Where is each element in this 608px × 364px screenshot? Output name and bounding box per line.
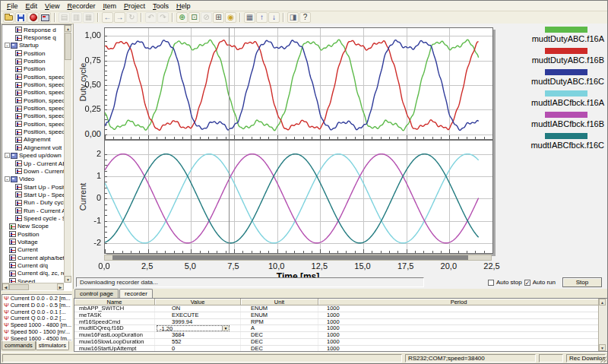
tree-horizontal-scrollbar[interactable]: ◀ ▶ bbox=[2, 283, 64, 290]
menu-item[interactable]: Item bbox=[99, 2, 120, 11]
stimulator-item[interactable]: ΨCurrent Q 0.0 - 0.1 [... bbox=[2, 309, 71, 315]
tree-item[interactable]: Run - Current A bbox=[3, 207, 64, 214]
column-header-period[interactable]: Period bbox=[318, 299, 600, 305]
tree-item[interactable]: Alignemnt volt bbox=[3, 144, 64, 151]
menu-help[interactable]: Help bbox=[173, 2, 195, 11]
menu-view[interactable]: View bbox=[41, 2, 63, 11]
lightbulb-icon[interactable]: ◉ bbox=[225, 12, 236, 23]
zoom-fit-icon[interactable]: ⊡ bbox=[188, 12, 200, 23]
legend-item[interactable]: mudtIABCfbck.f16A bbox=[498, 90, 606, 107]
move-up-icon[interactable]: ↑ bbox=[256, 12, 268, 23]
menu-edit[interactable]: Edit bbox=[22, 2, 42, 11]
table-scroll-up-icon[interactable]: ▲ bbox=[599, 299, 606, 305]
cell-value[interactable]: 3999.94 bbox=[155, 319, 241, 325]
tree-item[interactable]: Alignemnt bbox=[3, 136, 64, 144]
tab-control-page[interactable]: control page bbox=[74, 289, 119, 298]
reload-icon[interactable]: ↻ bbox=[126, 12, 138, 23]
tree-item[interactable]: Position, speed, bbox=[3, 128, 64, 135]
column-header-unit[interactable]: Unit bbox=[241, 299, 318, 305]
table-row[interactable]: mbAPP_SWITCHONENUM1000 bbox=[74, 305, 607, 312]
menu-file[interactable]: File bbox=[3, 2, 22, 11]
tree-collapse-icon[interactable]: - bbox=[5, 176, 10, 182]
table-scroll-down-icon[interactable]: ▼ bbox=[599, 344, 606, 351]
tree-item[interactable]: Position, speed, bbox=[3, 89, 64, 97]
tree-item[interactable]: -Speed up/down bbox=[3, 152, 64, 160]
paste-icon[interactable]: ▥ bbox=[71, 12, 82, 23]
tree-item[interactable]: Position, speed, bbox=[3, 97, 64, 104]
legend-item[interactable]: mudtDutyABC.f16A bbox=[498, 27, 606, 43]
legend-item[interactable]: mudtIABCfbck.f16B bbox=[498, 112, 606, 128]
stimulator-item[interactable]: ΨSpeed 1600 - 4500 [m... bbox=[2, 335, 71, 341]
project-options-icon[interactable] bbox=[40, 12, 51, 23]
stimulator-item[interactable]: ΨCurrent Q 0.0 - 0.2 [... bbox=[2, 315, 71, 321]
tree-item[interactable]: Current alpha/beta bbox=[3, 254, 64, 261]
tree-collapse-icon[interactable]: - bbox=[5, 43, 10, 48]
combo-dropdown-icon[interactable]: ▼ bbox=[222, 326, 229, 331]
table-row[interactable]: muw16FastLoopDuration3684DEC1000 bbox=[74, 332, 607, 339]
redo-icon[interactable]: ↷ bbox=[157, 12, 169, 23]
table-vertical-scrollbar[interactable]: ▲ ▼ bbox=[598, 299, 607, 351]
tab-stimulators[interactable]: stimulators bbox=[36, 341, 69, 350]
tree-item[interactable]: Response q bbox=[3, 33, 64, 41]
tree-item[interactable]: Position, speed bbox=[3, 120, 64, 128]
table-row[interactable]: mudtIDQreq.f16D-1.20▼A1000 bbox=[74, 325, 607, 332]
scroll-right-icon[interactable]: ▶ bbox=[57, 283, 64, 290]
recorder-time-scrollbar[interactable] bbox=[104, 255, 492, 261]
forward-icon[interactable]: → bbox=[114, 12, 125, 23]
tree-item[interactable]: Position bbox=[3, 65, 64, 73]
tree-item[interactable]: New Scope bbox=[3, 223, 64, 230]
auto-stop-checkbox[interactable] bbox=[488, 280, 494, 286]
tree-hscroll-thumb[interactable] bbox=[9, 284, 29, 290]
tree-item[interactable]: Current d/q, zc, req bbox=[3, 270, 64, 277]
table-row[interactable]: muw16SlowLoopDuration552DEC1000 bbox=[74, 339, 607, 346]
tree-item[interactable]: -Startup bbox=[3, 42, 64, 49]
tree-item[interactable]: -Video bbox=[3, 176, 64, 183]
cell-value[interactable]: -1.20▼ bbox=[155, 325, 241, 331]
menu-project[interactable]: Project bbox=[120, 2, 149, 11]
cell-value[interactable]: EXECUTE bbox=[155, 312, 241, 318]
tree-item[interactable]: Current bbox=[3, 246, 64, 254]
properties-icon[interactable]: ◨ bbox=[287, 12, 299, 23]
stimulator-item[interactable]: ΨCurrent D 0.0 - 0.2 [m... bbox=[2, 295, 71, 302]
undo-icon[interactable]: ↶ bbox=[145, 12, 157, 23]
stop-communication-icon[interactable] bbox=[27, 12, 39, 23]
tree-item[interactable]: Down - Current bbox=[3, 167, 64, 175]
move-down-icon[interactable]: ↓ bbox=[268, 12, 280, 23]
zoom-in-icon[interactable]: ⊕ bbox=[176, 12, 188, 23]
resize-grip[interactable] bbox=[600, 356, 606, 362]
table-row[interactable]: mf16SpeedCmd3999.94RPM1000 bbox=[74, 319, 607, 326]
tree-item[interactable]: Position, speed, bbox=[3, 81, 64, 88]
cell-value[interactable]: 552 bbox=[155, 339, 241, 345]
tree-item[interactable]: Start Up - Positi bbox=[3, 183, 64, 191]
tab-recorder[interactable]: recorder bbox=[119, 289, 153, 298]
cell-value[interactable]: ON bbox=[155, 305, 241, 312]
scroll-down-icon[interactable]: ▼ bbox=[65, 276, 71, 283]
tree-item[interactable]: Position bbox=[3, 230, 64, 238]
legend-item[interactable]: mudtDutyABC.f16B bbox=[498, 48, 606, 65]
tree-collapse-icon[interactable]: - bbox=[5, 153, 10, 158]
tree-vertical-scrollbar[interactable]: ▲ ▼ bbox=[64, 25, 71, 283]
stop-button[interactable]: Stop bbox=[562, 277, 602, 287]
tree-item[interactable]: Voltage bbox=[3, 238, 64, 245]
table-row[interactable]: muw16StartUpAttempt0DEC1000 bbox=[74, 346, 607, 352]
tree-item[interactable]: Run - Duty cycl bbox=[3, 199, 64, 207]
cell-value[interactable]: 3684 bbox=[155, 332, 241, 338]
tree-item[interactable]: Start Up - Speed bbox=[3, 191, 64, 198]
context-help-icon[interactable]: ? bbox=[299, 12, 311, 23]
table-row[interactable]: meTASKEXECUTEENUM1000 bbox=[74, 312, 607, 319]
legend-item[interactable]: mudtIABCfbck.f16C bbox=[498, 133, 606, 150]
tree-item[interactable]: Position, speed, bbox=[3, 73, 64, 81]
legend-item[interactable]: mudtDutyABC.f16C bbox=[498, 69, 606, 86]
duty-cycle-plot[interactable] bbox=[104, 27, 493, 140]
zoom-selection-icon[interactable]: ⊞ bbox=[213, 12, 224, 23]
tree-item[interactable]: Position bbox=[3, 49, 64, 57]
stimulator-item[interactable]: ΨCurrent D 0.0 - 0.5 [m... bbox=[2, 302, 71, 309]
current-plot[interactable] bbox=[104, 140, 493, 254]
column-header-name[interactable]: Name bbox=[74, 299, 155, 305]
stimulator-item[interactable]: ΨSpeed 1000 - 4800 [m... bbox=[2, 321, 71, 328]
recorder-scroll-thumb[interactable] bbox=[112, 255, 468, 260]
auto-run-checkbox[interactable]: ✓ bbox=[524, 280, 530, 286]
tree-item[interactable]: Speed bbox=[3, 277, 64, 283]
scroll-up-icon[interactable]: ▲ bbox=[65, 25, 71, 32]
tab-commands[interactable]: commands bbox=[2, 341, 36, 350]
